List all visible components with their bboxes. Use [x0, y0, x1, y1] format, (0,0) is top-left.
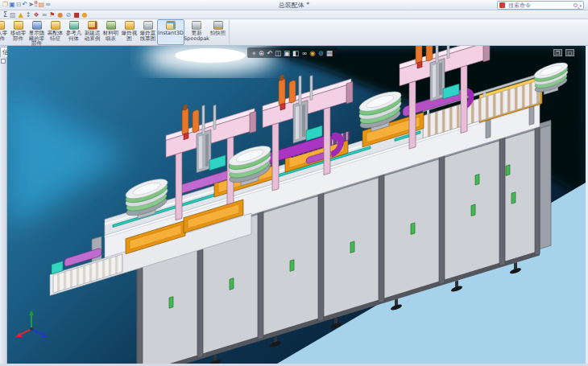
app-logo-icon: [499, 2, 505, 8]
mates-icon[interactable]: ❖: [33, 11, 39, 19]
bill-of-materials-button[interactable]: 材料明 细表 ▾: [101, 19, 120, 45]
show-hidden-components-button[interactable]: 显示隐 藏的零 部件 ▾: [27, 19, 46, 45]
assembly-features-icon: [51, 21, 60, 30]
edit-appearance-icon[interactable]: ●: [58, 11, 64, 19]
search-dropdown-caret-icon[interactable]: ▾: [579, 3, 582, 8]
viewport-canvas[interactable]: [7, 46, 586, 364]
print-icon[interactable]: ⊟ ▾: [16, 1, 22, 10]
display-style-icon[interactable]: ◧: [292, 48, 299, 58]
zoom-to-fit-icon[interactable]: ⌖: [252, 48, 256, 58]
reference-geometry-icon: [69, 21, 79, 30]
heads-up-view-toolbar: ⌖ ⊕ ↶ ◫ ▣ ◧ ∞ ◉ ⊚ ▦: [247, 47, 337, 58]
ribbon-separator: [229, 20, 230, 44]
assembly-features-button[interactable]: 装配体 特征 ▾: [46, 19, 64, 45]
view-settings-icon[interactable]: ▦: [326, 48, 333, 58]
exploded-view-icon: [125, 21, 135, 30]
restore-doc-window-icon[interactable]: ❐: [553, 49, 562, 56]
new-motion-study-button[interactable]: 新建运 动算例 ▾: [83, 19, 101, 45]
instant3d-icon: [166, 21, 176, 30]
assembly-toolbar: Σ ▨ ▲ ↕ ❖ ≡ ⚑ ●: [0, 10, 588, 19]
bill-of-materials-icon: [106, 21, 116, 30]
apply-scene-icon[interactable]: ⊚: [318, 48, 324, 58]
update-speedpak-icon: [192, 21, 201, 30]
close-doc-window-icon[interactable]: ▢: [565, 49, 574, 56]
search-icon[interactable]: [574, 3, 578, 7]
exploded-view-button[interactable]: 爆炸视 图 ▾: [120, 19, 139, 45]
section-off-icon[interactable]: ⊘: [66, 11, 72, 19]
feed-cylinder: [416, 46, 422, 64]
feature-manager-collapsed-panel[interactable]: [0, 57, 7, 364]
move-component-icon: [14, 21, 23, 30]
quick-access-toolbar: ❐ ▾ ▣ ▾ ⊟ ▾ ↶ ▾ ➤ ▾ ‼: [0, 1, 51, 10]
display-tree-icon[interactable]: ≡: [42, 11, 48, 19]
section-view-icon[interactable]: ◫: [275, 48, 281, 58]
view-orientation-icon[interactable]: ▣: [284, 48, 290, 58]
insert-component-button[interactable]: 插入零 部件 ▾: [0, 19, 9, 45]
explode-line-sketch-icon: [143, 21, 153, 30]
feed-cylinder: [182, 108, 188, 135]
zoom-to-area-icon[interactable]: ⊕: [259, 48, 264, 58]
feed-cylinder: [426, 46, 433, 62]
insert-component-icon: [0, 21, 5, 30]
feed-cylinder: [193, 109, 199, 133]
title-bar: ❐ ▾ ▣ ▾ ⊟ ▾ ↶ ▾ ➤ ▾ ‼: [0, 0, 588, 10]
explode-line-sketch-button[interactable]: 爆炸直 线草图 ▾: [139, 19, 157, 45]
open-icon[interactable]: ❐ ▾: [2, 1, 8, 10]
component-box-icon[interactable]: ■: [73, 11, 80, 19]
options-icon[interactable]: ≡ ▾: [45, 1, 51, 10]
feed-cylinder: [279, 78, 285, 105]
expand-panel-icon[interactable]: [1, 59, 6, 64]
take-snapshot-icon: [213, 21, 223, 30]
update-speedpak-button[interactable]: 更新 Speedpak ▾: [184, 19, 209, 45]
new-motion-study-icon: [88, 21, 97, 30]
search-input[interactable]: [507, 2, 572, 10]
command-search[interactable]: ▾: [497, 1, 584, 10]
reference-geometry-button[interactable]: 参考几 何体 ▾: [64, 19, 83, 45]
feed-cylinder: [289, 80, 296, 103]
select-icon[interactable]: ➤ ▾: [28, 1, 34, 10]
ribbon: 插入零 部件 ▾ 移动零 部件 ▾ 显示隐 藏的零 部件 ▾ 装配体 特征 ▾: [0, 19, 588, 46]
save-icon[interactable]: ▣ ▾: [9, 1, 15, 10]
light-glow-core: [175, 48, 246, 63]
file-properties-icon[interactable]: ▤ ▾: [39, 1, 45, 10]
warning-icon[interactable]: ▲: [19, 11, 23, 19]
render-sphere-icon[interactable]: ●: [82, 11, 88, 19]
undo-icon[interactable]: ↶ ▾: [22, 1, 27, 10]
move-component-button[interactable]: 移动零 部件 ▾: [9, 19, 27, 45]
align-components-icon[interactable]: ↕: [26, 11, 31, 19]
equations-icon[interactable]: Σ: [3, 11, 7, 19]
graphics-viewport[interactable]: ⌖ ⊕ ↶ ◫ ▣ ◧ ∞ ◉ ⊚ ▦ ❐ ▢: [7, 46, 586, 364]
rebuild-icon[interactable]: ‼ ▾: [35, 1, 38, 10]
show-hidden-components-icon: [32, 21, 42, 30]
motion-flag-icon[interactable]: ⚑: [49, 11, 55, 19]
previous-view-icon[interactable]: ↶: [267, 48, 272, 58]
instant3d-button[interactable]: Instant3D ▾: [157, 19, 184, 45]
take-snapshot-button[interactable]: 拍快照 ▾: [209, 19, 227, 45]
interference-detection-icon[interactable]: ▨: [10, 11, 16, 19]
doc-window-buttons: ❐ ▢: [553, 49, 574, 56]
hide-show-items-icon[interactable]: ∞: [301, 48, 307, 58]
edit-appearance-icon[interactable]: ◉: [309, 48, 315, 58]
